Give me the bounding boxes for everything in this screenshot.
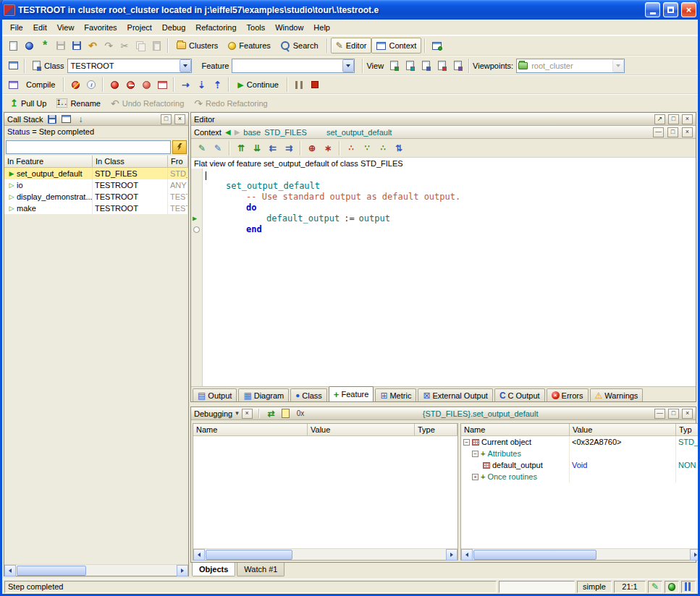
scroll-left-icon[interactable] (461, 549, 473, 561)
rename-button[interactable]: I..Rename (51, 95, 106, 111)
save-icon[interactable] (53, 38, 69, 54)
breakpoint-gutter[interactable] (191, 169, 203, 386)
context-minimize-icon[interactable]: — (653, 127, 664, 137)
tab-objects[interactable]: Objects (192, 563, 235, 576)
pause-icon[interactable] (291, 77, 307, 93)
code-editor[interactable]: ▶ set_output_default -- Use standard out… (191, 169, 696, 386)
editor-toggle-button[interactable]: ✎Editor (331, 38, 372, 54)
editor-float-icon[interactable]: ↗ (654, 114, 665, 124)
debugging-maximize-icon[interactable]: □ (668, 409, 679, 419)
call-stack-input[interactable] (6, 140, 171, 154)
ancestors-icon[interactable]: ⇈ (233, 140, 249, 156)
breakpoints-info-icon[interactable]: i (83, 77, 99, 93)
scroll-right-icon[interactable] (177, 565, 188, 576)
step-out-icon[interactable]: ⇡ (209, 77, 225, 93)
objects-column-value[interactable]: Value (570, 424, 676, 435)
call-stack-hscrollbar[interactable] (4, 564, 188, 576)
call-stack-window-icon[interactable] (61, 114, 72, 124)
edit-feature-icon[interactable]: ✎ (194, 140, 210, 156)
class-combo-arrow-icon[interactable] (180, 59, 191, 72)
menu-edit[interactable]: Edit (28, 20, 52, 35)
new-class-icon[interactable]: * (37, 38, 53, 54)
call-stack-close-icon[interactable]: × (174, 114, 185, 124)
scroll-thumb[interactable] (17, 566, 86, 576)
objects-column-name[interactable]: Name (461, 424, 570, 435)
tab-watch-1[interactable]: Watch #1 (237, 563, 284, 576)
callers-icon[interactable]: ⇇ (265, 140, 281, 156)
watch-column-value[interactable]: Value (308, 424, 415, 435)
view-contract-icon[interactable] (434, 58, 450, 74)
assigners-icon[interactable]: ∗ (320, 140, 336, 156)
view-flat-icon[interactable] (418, 58, 434, 74)
scroll-thumb[interactable] (473, 550, 596, 560)
descendants-icon[interactable]: ⇊ (249, 140, 265, 156)
context-maximize-icon[interactable]: □ (667, 127, 678, 137)
relations-icon[interactable]: ⇅ (391, 140, 407, 156)
menu-debug[interactable]: Debug (157, 20, 190, 35)
tab-errors[interactable]: ×Errors (547, 388, 589, 401)
view-interface-icon[interactable] (450, 58, 465, 74)
feature-combo[interactable] (232, 59, 355, 73)
breakpoints-dialog-icon[interactable] (154, 77, 170, 93)
cluster-tree-icon[interactable]: ∴ (375, 140, 391, 156)
expand-icon[interactable]: + (472, 474, 478, 480)
callees-icon[interactable]: ⇉ (281, 140, 297, 156)
view-clickable-icon[interactable] (402, 58, 418, 74)
save-all-icon[interactable] (69, 38, 85, 54)
collapse-icon[interactable]: − (472, 451, 478, 457)
object-tree-row[interactable]: −Current object <0x32A8760> STD_ (461, 436, 700, 448)
debugging-close-icon[interactable]: × (682, 409, 693, 419)
menu-view[interactable]: View (52, 20, 80, 35)
context-back-icon[interactable]: ◀ (225, 129, 231, 136)
continue-button[interactable]: ▶Continue (232, 77, 284, 93)
tab-output[interactable]: ▤Output (193, 388, 237, 401)
watch-grid-body[interactable] (193, 436, 457, 548)
scroll-left-icon[interactable] (193, 549, 205, 561)
view-text-icon[interactable] (386, 58, 402, 74)
melt-icon[interactable] (5, 77, 21, 93)
call-stack-row[interactable]: ▷make TESTROOT TEST (4, 203, 188, 214)
enable-breakpoints-icon[interactable] (106, 77, 122, 93)
chevron-down-icon[interactable]: ▾ (235, 410, 239, 417)
implementers-icon[interactable]: ⊕ (304, 140, 320, 156)
stop-icon[interactable] (307, 77, 323, 93)
menu-help[interactable]: Help (308, 20, 335, 35)
stack-depth-button[interactable] (172, 140, 187, 154)
call-stack-header[interactable]: Call Stack ↓ □ × (4, 113, 188, 126)
maximize-button[interactable] (663, 2, 678, 17)
column-in-feature[interactable]: In Feature (4, 156, 93, 167)
search-button[interactable]: Search (276, 38, 324, 54)
close-button[interactable]: × (681, 2, 696, 17)
features-button[interactable]: Features (223, 38, 275, 54)
open-file-icon[interactable] (21, 38, 37, 54)
watch-hscrollbar[interactable] (193, 548, 457, 560)
ignore-breakpoints-icon[interactable] (67, 77, 83, 93)
undo-refactoring-button[interactable]: ↶Undo Refactoring (106, 95, 189, 111)
debugging-minimize-icon[interactable]: — (654, 409, 665, 419)
copy-icon[interactable] (132, 38, 148, 54)
redo-refactoring-button[interactable]: ↷Redo Refactoring (189, 95, 272, 111)
debugging-close-tool-icon[interactable]: × (242, 409, 253, 419)
save-call-stack-icon[interactable] (46, 114, 58, 124)
notes-icon[interactable] (280, 408, 292, 419)
column-in-class[interactable]: In Class (93, 156, 168, 167)
feature-tree-icon[interactable]: ∵ (359, 140, 375, 156)
context-close-icon[interactable]: × (682, 127, 693, 137)
redo-icon[interactable]: ↷ (101, 38, 117, 54)
minimize-button[interactable] (645, 2, 660, 17)
debugging-context-path[interactable]: {STD_FILES}.set_output_default (423, 409, 539, 418)
object-tree-row[interactable]: default_output Void NON (461, 459, 700, 471)
tab-warnings[interactable]: ⚠Warnings (590, 388, 644, 401)
menu-favorites[interactable]: Favorites (79, 20, 122, 35)
scroll-left-icon[interactable] (4, 565, 16, 576)
objects-column-type[interactable]: Typ (676, 424, 700, 435)
tab-metric[interactable]: ⊞Metric (375, 388, 416, 401)
class-tool-icon[interactable] (5, 58, 21, 74)
tab-external-output[interactable]: ⊠External Output (418, 388, 493, 401)
debugging-header[interactable]: Debugging ▾ × ⇄ 0x {STD_FILES}.set_outpu… (191, 407, 696, 420)
new-development-window-icon[interactable] (429, 38, 444, 54)
column-from[interactable]: Fro (168, 156, 188, 167)
step-over-icon[interactable]: ⇢ (177, 77, 193, 93)
menu-tools[interactable]: Tools (242, 20, 271, 35)
new-file-icon[interactable] (5, 38, 21, 54)
